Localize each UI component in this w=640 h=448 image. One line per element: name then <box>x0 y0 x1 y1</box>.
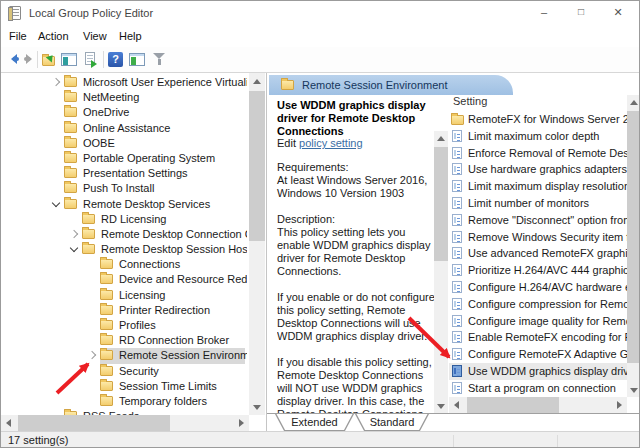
extended-pane-scrollbar[interactable] <box>434 131 448 413</box>
setting-row[interactable]: Start a program on connection <box>449 380 627 397</box>
tree-item[interactable]: Session Time Limits <box>1 379 247 394</box>
setting-row[interactable]: Limit number of monitors <box>449 195 627 212</box>
tree-vertical-scrollbar[interactable] <box>249 73 265 415</box>
description-paragraph: This policy setting lets you enable WDDM… <box>277 226 441 278</box>
scrollbar-thumb[interactable] <box>249 91 265 241</box>
tree-item[interactable]: OOBE <box>1 136 247 151</box>
tree-item[interactable]: Printer Redirection <box>1 303 247 318</box>
setting-row[interactable]: Remove Windows Security item from Start … <box>449 229 627 246</box>
tree-item-remote-session-environment[interactable]: Remote Session Environment <box>1 348 247 363</box>
menu-bar: File Action View Help <box>1 25 639 47</box>
description-paragraph: If you enable or do not configure this p… <box>277 291 441 343</box>
chevron-right-icon[interactable] <box>85 349 100 361</box>
show-window-icon[interactable] <box>129 51 147 69</box>
setting-row[interactable]: Configure RemoteFX Adaptive Graphics <box>449 346 627 363</box>
triangle-up-icon <box>437 136 445 141</box>
tree-item[interactable]: RD Licensing <box>1 212 247 227</box>
setting-row[interactable]: Enable RemoteFX encoding for RemoteFX cl… <box>449 329 627 346</box>
tree-item[interactable]: Remote Desktop Connection Client <box>1 227 247 242</box>
tree-item[interactable]: Licensing <box>1 288 247 303</box>
menu-file[interactable]: File <box>9 25 27 47</box>
chevron-down-icon[interactable] <box>67 243 82 255</box>
scroll-down-button[interactable] <box>627 383 640 397</box>
setting-row[interactable]: Remove "Disconnect" option from Shut Dow… <box>449 212 627 229</box>
policy-icon <box>452 147 462 159</box>
minimize-button[interactable]: – <box>527 1 561 24</box>
tree-item[interactable]: Security <box>1 364 247 379</box>
chevron-right-icon[interactable] <box>67 228 82 240</box>
setting-row[interactable]: Use hardware graphics adapters for all R… <box>449 161 627 178</box>
filter-icon[interactable] <box>151 51 169 69</box>
tree-horizontal-scrollbar[interactable] <box>1 415 249 431</box>
tab-standard[interactable]: Standard <box>355 414 429 431</box>
close-button[interactable]: ✕ <box>601 1 635 24</box>
tree-label: Printer Redirection <box>119 304 210 316</box>
chevron-right-icon[interactable] <box>49 76 64 88</box>
tree-item[interactable]: Remote Desktop Session Host <box>1 242 247 257</box>
scroll-up-button[interactable] <box>627 95 640 109</box>
setting-row[interactable]: Limit maximum display resolution <box>449 178 627 195</box>
scroll-right-button[interactable] <box>611 397 627 413</box>
forward-icon[interactable] <box>20 51 38 69</box>
scrollbar-thumb[interactable] <box>434 147 448 261</box>
tree-label: RD Licensing <box>101 213 166 225</box>
tree-item[interactable]: NetMeeting <box>1 90 247 105</box>
up-one-level-icon[interactable] <box>41 51 59 69</box>
setting-row[interactable]: Configure compression for RemoteFX data <box>449 296 627 313</box>
console-tree-icon[interactable] <box>61 51 79 69</box>
tree-label: OneDrive <box>83 106 129 118</box>
folder-icon <box>64 107 77 117</box>
menu-view[interactable]: View <box>83 25 107 47</box>
setting-label: Configure RemoteFX Adaptive Graphics <box>468 348 627 360</box>
maximize-button[interactable]: □ <box>564 1 598 24</box>
tree-item[interactable]: Microsoft User Experience Virtualization <box>1 75 247 90</box>
tab-extended[interactable]: Extended <box>275 414 354 431</box>
tree-item[interactable]: Presentation Settings <box>1 166 247 181</box>
scroll-left-button[interactable] <box>449 397 465 413</box>
tree-item[interactable]: RD Connection Broker <box>1 333 247 348</box>
setting-row[interactable]: Use advanced RemoteFX graphics for Remot… <box>449 245 627 262</box>
scroll-right-button[interactable] <box>233 415 249 431</box>
help-icon[interactable]: ? <box>107 51 125 69</box>
scrollbar-thumb[interactable] <box>467 397 559 413</box>
scroll-up-button[interactable] <box>249 73 265 89</box>
tree-item[interactable]: OneDrive <box>1 105 247 120</box>
tree-item[interactable]: Profiles <box>1 318 247 333</box>
list-horizontal-scrollbar[interactable] <box>449 397 627 413</box>
setting-row[interactable]: Enforce Removal of Remote Desktop Wallpa… <box>449 145 627 162</box>
tree-item[interactable]: Temporary folders <box>1 394 247 409</box>
scroll-left-button[interactable] <box>1 415 17 431</box>
scrollbar-thumb[interactable] <box>18 415 170 431</box>
setting-row[interactable]: RemoteFX for Windows Server 2008 R2 <box>449 111 627 128</box>
setting-row[interactable]: Configure image quality for RemoteFX Ada… <box>449 313 627 330</box>
setting-label: Enforce Removal of Remote Desktop Wallpa… <box>468 147 627 159</box>
export-list-icon[interactable] <box>83 51 101 69</box>
triangle-left-icon <box>454 401 459 409</box>
setting-row[interactable]: Configure H.264/AVC hardware encoding fo… <box>449 279 627 296</box>
setting-label: Configure image quality for RemoteFX Ada… <box>468 315 627 327</box>
scrollbar-thumb[interactable] <box>627 111 640 363</box>
setting-row[interactable]: Prioritize H.264/AVC 444 graphics mode f… <box>449 262 627 279</box>
tree-item[interactable]: Connections <box>1 257 247 272</box>
tree-item[interactable]: Portable Operating System <box>1 151 247 166</box>
tree-item[interactable]: Remote Desktop Services <box>1 197 247 212</box>
scroll-up-button[interactable] <box>434 131 448 145</box>
policy-setting-link[interactable]: policy setting <box>299 137 363 149</box>
chevron-down-icon[interactable] <box>49 198 64 210</box>
menu-help[interactable]: Help <box>119 25 142 47</box>
setting-row-use-wddm[interactable]: Use WDDM graphics display driver for Rem… <box>449 363 627 380</box>
scroll-down-button[interactable] <box>249 399 265 415</box>
status-bar: 17 setting(s) <box>1 431 639 448</box>
description-paragraph: If you disable this policy setting, Remo… <box>277 356 441 413</box>
expander-spacer <box>85 334 100 346</box>
scroll-down-button[interactable] <box>434 399 448 413</box>
list-vertical-scrollbar[interactable] <box>627 95 640 397</box>
tree-item[interactable]: Online Assistance <box>1 121 247 136</box>
tree-item[interactable]: Push To Install <box>1 181 247 196</box>
menu-action[interactable]: Action <box>38 25 69 47</box>
folder-icon <box>100 320 113 330</box>
column-header-setting[interactable]: Setting <box>453 95 623 111</box>
tree-item[interactable]: Device and Resource Redirection <box>1 272 247 287</box>
setting-row[interactable]: Limit maximum color depth <box>449 128 627 145</box>
pane-divider <box>266 73 267 431</box>
